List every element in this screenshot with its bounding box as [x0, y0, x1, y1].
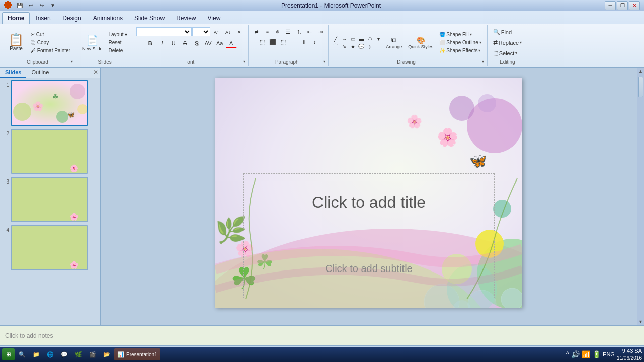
slide-list[interactable]: 1: [0, 78, 100, 325]
freeform-shape[interactable]: ∿: [340, 43, 348, 50]
rect-shape[interactable]: ▭: [349, 35, 357, 42]
align-right-btn[interactable]: ⬚: [278, 37, 288, 46]
underline-button[interactable]: U: [168, 38, 179, 48]
oval-shape[interactable]: ⬭: [366, 35, 374, 42]
scroll-up-btn[interactable]: ▲: [638, 69, 643, 74]
title-textbox[interactable]: Click to add title: [243, 173, 495, 231]
inc-indent-btn[interactable]: ⇥: [315, 27, 325, 36]
equation-shape[interactable]: ∑: [366, 43, 374, 50]
new-slide-button[interactable]: 📄 New Slide: [79, 32, 105, 54]
canvas-area[interactable]: ☘ ☘ 🌿 ☘ 🌸 🌸 🌸 🌸 🌸 🦋 🦋 🏰: [101, 68, 637, 325]
quick-styles-button[interactable]: 🎨 Quick Styles: [406, 35, 436, 51]
line-shape[interactable]: ╱: [332, 35, 340, 42]
spacing-button[interactable]: AV: [203, 38, 214, 48]
callout-shape[interactable]: 💬: [357, 43, 365, 50]
close-btn[interactable]: ✕: [629, 1, 640, 10]
bullets-btn[interactable]: ☰: [283, 27, 293, 36]
delete-button[interactable]: Delete: [106, 47, 130, 54]
slide-image-3[interactable]: 🌸: [11, 177, 88, 222]
paragraph-expand[interactable]: ▾: [323, 59, 325, 64]
outline-tab[interactable]: Outline: [26, 68, 54, 78]
tray-network-icon[interactable]: 📶: [582, 350, 590, 358]
star-shape[interactable]: ★: [349, 43, 357, 50]
tab-animations[interactable]: Animations: [88, 12, 128, 24]
slide-image-1[interactable]: 🌸 ☘ 🦋: [11, 80, 88, 126]
redo-quick-btn[interactable]: ↪: [37, 1, 46, 10]
taskbar-chat[interactable]: 💬: [58, 348, 71, 360]
slide-canvas[interactable]: ☘ ☘ 🌿 ☘ 🌸 🌸 🌸 🌸 🌸 🦋 🦋 🏰: [215, 78, 522, 308]
strikethrough-button[interactable]: S: [180, 38, 191, 48]
font-size-select[interactable]: [192, 27, 210, 36]
slide-thumb-4[interactable]: 4 🌸: [2, 225, 98, 270]
taskbar-folder[interactable]: 📂: [100, 348, 113, 360]
select-button[interactable]: ⬚ Select ▾: [491, 48, 520, 58]
slide-thumb-1[interactable]: 1: [2, 80, 98, 126]
tray-battery-icon[interactable]: 🔋: [592, 350, 601, 358]
scroll-thumb[interactable]: [638, 77, 643, 97]
align-left-btn[interactable]: ⬚: [257, 37, 267, 46]
italic-button[interactable]: I: [156, 38, 168, 48]
tab-design[interactable]: Design: [57, 12, 87, 24]
columns-btn[interactable]: ⫿: [299, 37, 309, 46]
decrease-font-btn[interactable]: A↓: [222, 27, 233, 37]
tray-sound-icon[interactable]: 🔊: [571, 350, 580, 358]
shadow-button[interactable]: S: [191, 38, 202, 48]
taskbar-explorer[interactable]: 📁: [30, 348, 43, 360]
font-color-button[interactable]: A: [226, 38, 237, 48]
shape-outline-btn[interactable]: ⬜ Shape Outline ▾: [437, 39, 484, 46]
curve-shape[interactable]: ⌒: [332, 43, 340, 50]
cut-button[interactable]: ✂ Cut: [28, 31, 73, 38]
tab-home[interactable]: Home: [2, 12, 30, 24]
slides-tab[interactable]: Slides: [0, 68, 26, 78]
replace-button[interactable]: ⇄ Replace ▾: [491, 38, 524, 47]
paste-button[interactable]: 📋 Paste: [5, 32, 27, 53]
clipboard-expand[interactable]: ▾: [71, 59, 73, 64]
taskbar-search[interactable]: 🔍: [16, 348, 29, 360]
restore-btn[interactable]: ❐: [617, 1, 628, 10]
language-indicator[interactable]: ENG: [603, 351, 615, 357]
tab-view[interactable]: View: [202, 12, 226, 24]
rect2-shape[interactable]: ▬: [357, 35, 365, 42]
format-painter-button[interactable]: 🖌 Format Painter: [28, 47, 73, 54]
clear-format-btn[interactable]: ✕: [234, 27, 245, 37]
case-button[interactable]: Aa: [214, 38, 225, 48]
slide-thumb-3[interactable]: 3 🌸: [2, 177, 98, 222]
font-expand[interactable]: ▾: [243, 59, 245, 64]
qa-dropdown[interactable]: ▼: [48, 1, 57, 10]
align-text-btn[interactable]: ≡: [262, 27, 272, 36]
arrow-shape[interactable]: →: [340, 35, 348, 42]
tab-slideshow[interactable]: Slide Show: [129, 12, 170, 24]
notes-area[interactable]: Click to add notes: [0, 325, 644, 345]
taskbar-media[interactable]: 🎬: [86, 348, 99, 360]
numbering-btn[interactable]: ⒈: [294, 27, 304, 36]
convert-smartart-btn[interactable]: ⊛: [273, 27, 283, 36]
slide-image-4[interactable]: 🌸: [11, 225, 88, 270]
more-shapes[interactable]: ▾: [374, 35, 382, 42]
copy-button[interactable]: ⿻ Copy: [28, 39, 73, 46]
line-spacing-btn[interactable]: ↕: [310, 37, 320, 46]
taskbar-powerpoint[interactable]: 📊 Presentation1: [114, 348, 160, 360]
justify-btn[interactable]: ≡: [289, 37, 299, 46]
start-button[interactable]: ⊞: [2, 348, 15, 360]
slide-thumb-2[interactable]: 2 🌸: [2, 129, 98, 174]
reset-button[interactable]: Reset: [106, 39, 130, 46]
save-quick-btn[interactable]: 💾: [15, 1, 24, 10]
increase-font-btn[interactable]: A↑: [211, 27, 222, 37]
taskbar-browser[interactable]: 🌐: [44, 348, 57, 360]
tab-insert[interactable]: Insert: [30, 12, 56, 24]
shape-fill-btn[interactable]: 🪣 Shape Fill ▾: [437, 31, 484, 38]
shape-effects-btn[interactable]: ✨ Shape Effects ▾: [437, 47, 484, 54]
find-button[interactable]: 🔍 Find: [491, 27, 514, 37]
vertical-scrollbar[interactable]: ▲ ▼: [637, 68, 644, 325]
undo-quick-btn[interactable]: ↩: [26, 1, 35, 10]
arrange-button[interactable]: ⧉ Arrange: [383, 34, 405, 51]
taskbar-nature[interactable]: 🌿: [72, 348, 85, 360]
text-direction-btn[interactable]: ⇄: [252, 27, 262, 36]
tray-icon-1[interactable]: ^: [566, 350, 570, 358]
font-name-select[interactable]: [136, 27, 192, 36]
tab-review[interactable]: Review: [171, 12, 201, 24]
drawing-expand[interactable]: ▾: [482, 59, 484, 64]
slide-image-2[interactable]: 🌸: [11, 129, 88, 174]
scroll-down-btn[interactable]: ▼: [638, 319, 643, 324]
align-center-btn[interactable]: ⬛: [268, 37, 278, 46]
